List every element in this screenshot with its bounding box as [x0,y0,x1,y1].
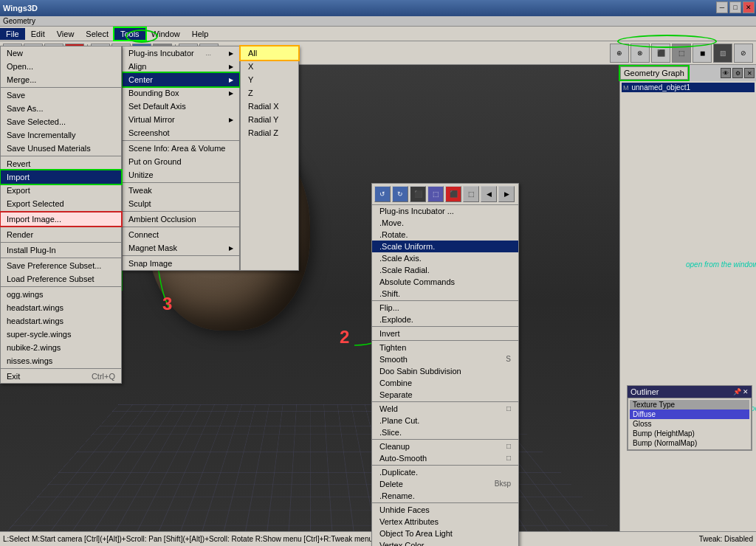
center-radial-y[interactable]: Radial Y [241,113,298,126]
minimize-button[interactable]: ─ [716,1,728,13]
ctx-tb-arrow-right[interactable]: ▶ [498,186,515,202]
center-all[interactable]: All [241,46,298,60]
tools-sculpt[interactable]: Sculpt [123,197,239,210]
menu-window[interactable]: Window [145,28,186,40]
menu-tools[interactable]: Tools [114,28,145,40]
panel-close-icon[interactable]: ✕ [744,68,755,78]
menu-help[interactable]: Help [186,28,215,40]
tools-connect[interactable]: Connect [123,228,239,241]
geometry-graph-label[interactable]: Geometry Graph [620,66,688,80]
ctx-slice[interactable]: .Slice. [372,426,518,438]
toolbar-cam-5[interactable]: ◼ [693,44,712,63]
tools-scene-info[interactable]: Scene Info: Area & Volume [123,142,239,155]
menu-view[interactable]: View [51,28,80,40]
center-radial-x[interactable]: Radial X [241,100,298,113]
file-save-selected[interactable]: Save Selected... [1,115,121,128]
ctx-unhide-faces[interactable]: Unhide Faces [372,504,518,516]
texture-option-diffuse[interactable]: Diffuse [630,410,749,419]
file-save-pref-subset[interactable]: Save Preference Subset... [1,259,121,272]
file-recent-3[interactable]: headstart.wings [1,314,121,328]
ctx-absolute-commands[interactable]: Absolute Commands [372,276,518,288]
file-exit[interactable]: ExitCtrl+Q [1,370,121,383]
ctx-scale-axis[interactable]: .Scale Axis. [372,252,518,264]
file-merge[interactable]: Merge... [1,73,121,86]
file-revert[interactable]: Revert [1,157,121,170]
ctx-scale-uniform[interactable]: .Scale Uniform. [372,241,518,252]
center-y[interactable]: Y [241,73,298,86]
tools-magnet-mask[interactable]: Magnet Mask ▶ [123,241,239,255]
ctx-tb-cube1[interactable]: ⬛ [410,186,426,202]
texture-option-bump-normal[interactable]: Bump (NormalMap) [630,438,749,448]
ctx-tb-arrow-left[interactable]: ◀ [481,186,497,202]
ctx-move[interactable]: .Move. [372,217,518,229]
file-new[interactable]: New [1,46,121,60]
file-save-incrementally[interactable]: Save Incrementally [1,128,121,142]
tools-set-default-axis[interactable]: Set Default Axis [123,100,239,113]
outliner-pin-icon[interactable]: 📌 [733,388,741,395]
outliner-close-icon[interactable]: ✕ [743,388,749,395]
tools-unitize[interactable]: Unitize [123,168,239,182]
tools-bounding-box[interactable]: Bounding Box ▶ [123,86,239,100]
toolbar-cam-1[interactable]: ⊕ [610,44,629,63]
ctx-auto-smooth[interactable]: Auto-Smooth□ [372,452,518,464]
ctx-cleanup[interactable]: Cleanup□ [372,440,518,452]
tools-virtual-mirror[interactable]: Virtual Mirror ▶ [123,113,239,126]
ctx-flip[interactable]: Flip... [372,302,518,314]
ctx-combine[interactable]: Combine [372,377,518,389]
file-recent-2[interactable]: headstart.wings [1,301,121,314]
ctx-object-to-area-light[interactable]: Object To Area Light [372,528,518,539]
file-export-selected[interactable]: Export Selected [1,197,121,210]
window-controls[interactable]: ─ □ ✕ [716,1,755,13]
ctx-weld[interactable]: Weld□ [372,403,518,415]
ctx-rename[interactable]: .Rename. [372,490,518,502]
ctx-vertex-color[interactable]: Vertex Color [372,539,518,546]
tools-align[interactable]: Align ▶ [123,60,239,73]
ctx-shift[interactable]: .Shift. [372,288,518,300]
tools-put-on-ground[interactable]: Put on Ground [123,155,239,168]
ctx-tb-rotate-cw[interactable]: ↻ [392,186,408,202]
tools-plugins-incubator[interactable]: Plug-ins Incubator ... ▶ [123,46,239,60]
ctx-tighten[interactable]: Tighten [372,342,518,353]
toolbar-cam-4[interactable]: ⬚ [672,44,691,63]
panel-eye-icon[interactable]: 👁 [721,68,731,78]
center-x[interactable]: X [241,60,298,73]
ctx-vertex-attributes[interactable]: Vertex Attributes [372,516,518,528]
close-button[interactable]: ✕ [743,1,755,13]
ctx-rotate[interactable]: .Rotate. [372,229,518,241]
tools-screenshot[interactable]: Screenshot [123,126,239,139]
menu-file[interactable]: File [0,28,25,40]
tools-snap-image[interactable]: Snap Image [123,257,239,270]
file-recent-5[interactable]: nubike-2.wings [1,341,121,354]
file-install-plugin[interactable]: Install Plug-In [1,243,121,257]
texture-option-gloss[interactable]: Gloss [630,419,749,429]
ctx-smooth[interactable]: SmoothS [372,353,518,365]
ctx-delete[interactable]: DeleteBksp [372,478,518,490]
file-recent-4[interactable]: super-sycle.wings [1,328,121,341]
ctx-explode[interactable]: .Explode. [372,314,518,325]
file-export[interactable]: Export [1,184,121,197]
file-save[interactable]: Save [1,89,121,102]
file-load-pref-subset[interactable]: Load Preference Subset [1,272,121,286]
ctx-invert[interactable]: Invert [372,328,518,339]
ctx-separate[interactable]: Separate [372,389,518,401]
tools-ambient-occlusion[interactable]: Ambient Occlusion [123,212,239,226]
menu-select[interactable]: Select [80,28,114,40]
file-open[interactable]: Open... [1,60,121,73]
tools-center[interactable]: Center ▶ [123,73,239,86]
toolbar-cam-6[interactable]: ▧ [713,44,732,63]
panel-object-item[interactable]: M unnamed_object1 [622,83,755,92]
file-save-as[interactable]: Save As... [1,102,121,115]
file-recent-1[interactable]: ogg.wings [1,288,121,301]
file-recent-6[interactable]: nisses.wings [1,354,121,367]
file-save-unused[interactable]: Save Unused Materials [1,142,121,155]
ctx-scale-radial[interactable]: .Scale Radial. [372,264,518,276]
texture-option-bump-height[interactable]: Bump (HeightMap) [630,429,749,438]
file-import[interactable]: Import [1,170,121,184]
toolbar-cam-3[interactable]: ⬛ [651,44,670,63]
center-radial-z[interactable]: Radial Z [241,126,298,139]
center-z[interactable]: Z [241,86,298,100]
toolbar-cam-2[interactable]: ⊗ [630,44,650,63]
maximize-button[interactable]: □ [729,1,741,13]
file-import-image[interactable]: Import Image... [1,212,121,226]
ctx-tb-rotate-ccw[interactable]: ↺ [374,186,391,202]
